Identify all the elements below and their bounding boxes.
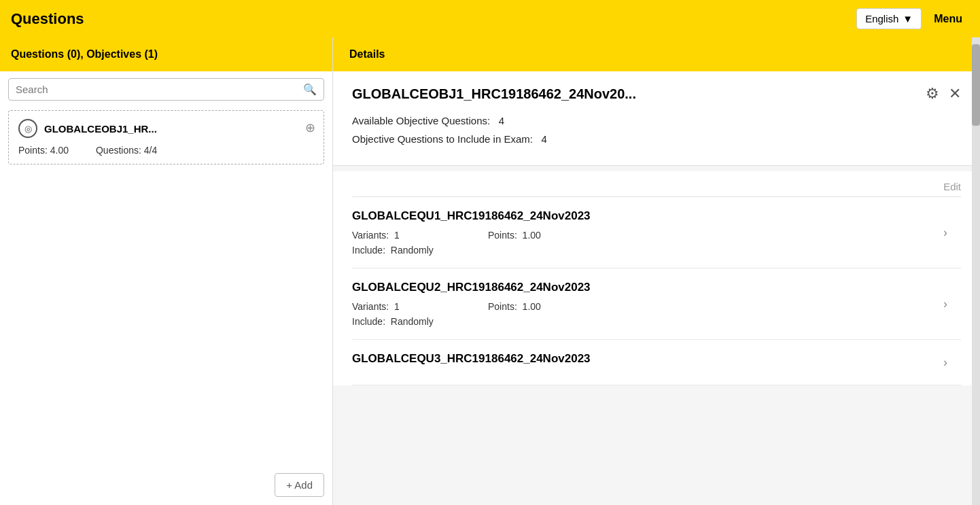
- objective-icon: ◎: [18, 119, 37, 138]
- available-questions-row: Available Objective Questions: 4: [352, 115, 961, 126]
- add-button-wrap: + Add: [0, 465, 332, 505]
- scrollbar-thumb[interactable]: [972, 44, 980, 126]
- detail-card: GLOBALCEOBJ1_HRC19186462_24Nov20... ⚙ ✕ …: [333, 71, 980, 166]
- question-item-1[interactable]: GLOBALCEQU1_HRC19186462_24Nov2023 Varian…: [352, 197, 961, 268]
- details-label: Details: [349, 48, 385, 60]
- chevron-right-icon-2[interactable]: ›: [943, 297, 947, 311]
- details-header: Details: [333, 37, 980, 71]
- points-meta: Points: 4.00: [18, 145, 69, 156]
- question-item-2[interactable]: GLOBALCEQU2_HRC19186462_24Nov2023 Varian…: [352, 268, 961, 340]
- add-button[interactable]: + Add: [275, 473, 324, 497]
- left-panel-header: Questions (0), Objectives (1): [0, 37, 332, 71]
- list-item-meta: Points: 4.00 Questions: 4/4: [18, 145, 314, 156]
- list-item[interactable]: ◎ GLOBALCEOBJ1_HR... ⊕ Points: 4.00 Ques…: [8, 110, 324, 164]
- question-title-1: GLOBALCEQU1_HRC19186462_24Nov2023: [352, 209, 961, 223]
- gear-icon[interactable]: ⚙: [926, 85, 939, 103]
- scrollbar-track[interactable]: [972, 37, 980, 505]
- right-panel: Details GLOBALCEOBJ1_HRC19186462_24Nov20…: [333, 37, 980, 505]
- main-layout: Questions (0), Objectives (1) 🔍 ◎ GLOBAL…: [0, 37, 980, 505]
- search-bar: 🔍: [8, 78, 324, 101]
- chevron-right-icon[interactable]: ›: [943, 226, 947, 240]
- search-icon: 🔍: [303, 83, 317, 96]
- chevron-right-icon-3[interactable]: ›: [943, 355, 947, 370]
- left-panel-title: Questions (0), Objectives (1): [11, 48, 158, 60]
- questions-section: Edit GLOBALCEQU1_HRC19186462_24Nov2023 V…: [333, 171, 980, 385]
- question-meta-2: Variants: 1 Include: Randomly Points: 1.…: [352, 301, 961, 327]
- question-title-3: GLOBALCEQU3_HRC19186462_24Nov2023: [352, 352, 961, 366]
- detail-card-actions: ⚙ ✕: [926, 85, 961, 103]
- detail-card-title: GLOBALCEOBJ1_HRC19186462_24Nov20...: [352, 86, 636, 102]
- questions-meta: Questions: 4/4: [96, 145, 157, 156]
- header-right: English ▼ Menu: [856, 8, 969, 29]
- close-icon[interactable]: ✕: [949, 85, 961, 103]
- chevron-down-icon: ▼: [903, 13, 913, 24]
- list-item-top: ◎ GLOBALCEOBJ1_HR... ⊕: [18, 119, 314, 138]
- language-label: English: [865, 13, 898, 24]
- list-item-name: GLOBALCEOBJ1_HR...: [44, 123, 314, 135]
- question-meta-1: Variants: 1 Include: Randomly Points: 1.…: [352, 230, 961, 256]
- language-dropdown[interactable]: English ▼: [856, 8, 922, 29]
- search-input[interactable]: [16, 84, 299, 95]
- question-item-3[interactable]: GLOBALCEQU3_HRC19186462_24Nov2023 ›: [352, 340, 961, 385]
- question-title-2: GLOBALCEQU2_HRC19186462_24Nov2023: [352, 281, 961, 294]
- edit-button[interactable]: Edit: [943, 181, 961, 192]
- left-panel: Questions (0), Objectives (1) 🔍 ◎ GLOBAL…: [0, 37, 333, 505]
- include-questions-row: Objective Questions to Include in Exam: …: [352, 133, 961, 145]
- objectives-list: ◎ GLOBALCEOBJ1_HR... ⊕ Points: 4.00 Ques…: [0, 107, 332, 167]
- questions-edit-bar: Edit: [352, 171, 961, 197]
- detail-card-header: GLOBALCEOBJ1_HRC19186462_24Nov20... ⚙ ✕: [352, 85, 961, 103]
- menu-button[interactable]: Menu: [927, 9, 969, 29]
- app-title: Questions: [11, 10, 84, 28]
- top-header: Questions English ▼ Menu: [0, 0, 980, 37]
- drag-handle-icon[interactable]: ⊕: [305, 120, 315, 135]
